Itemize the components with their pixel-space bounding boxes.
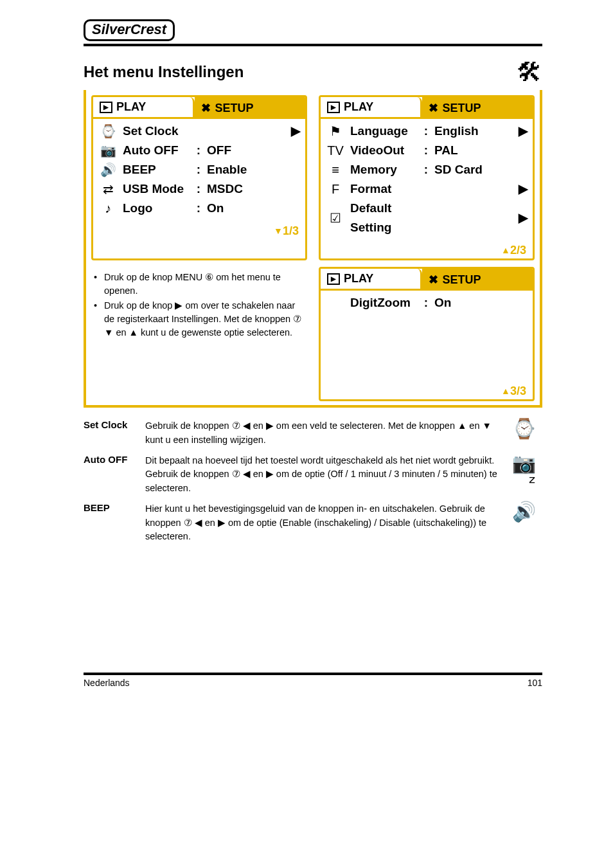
menu-separator: [423, 160, 429, 179]
chevron-right-icon: ▶: [519, 122, 528, 141]
menu-item-value: Enable: [207, 160, 286, 179]
menu-item-icon: ⇄: [98, 179, 118, 199]
brand-logo: SilverCrest: [84, 19, 175, 41]
menu-item-value: On: [434, 293, 513, 312]
chevron-right-icon: ▶: [291, 122, 300, 141]
definition-body: Gebruik de knoppen ⑦ ◀ en ▶ om een veld …: [145, 419, 501, 448]
menu-item-label: BEEP: [123, 160, 190, 179]
definition-icon: ⌚: [510, 419, 536, 439]
menu-item-label: Memory: [350, 160, 418, 179]
menu-item-icon: ☑: [326, 208, 345, 228]
play-icon: [327, 102, 340, 113]
definition-term: BEEP: [84, 502, 136, 513]
menu-item-icon: 🔊: [98, 160, 118, 179]
setup-icon: ✖: [429, 273, 438, 287]
menu-separator: [195, 179, 202, 199]
definition-icon: 📷ᶻ: [510, 454, 536, 493]
definition-icon: 🔊: [510, 502, 536, 521]
menu-item-value: English: [434, 122, 513, 141]
menu-item[interactable]: FFormat▶: [326, 179, 528, 199]
header-divider: [84, 44, 542, 46]
tab-play[interactable]: PLAY: [93, 97, 195, 119]
panels-container: PLAY ✖ SETUP ⌚Set Clock▶📷Auto OFFOFF🔊BEE…: [84, 90, 542, 408]
menu-item-icon: 📷: [98, 141, 118, 160]
play-icon: [327, 273, 340, 285]
tab-play[interactable]: PLAY: [321, 97, 422, 119]
definition-body: Hier kunt u het bevestigingsgeluid van d…: [145, 502, 501, 544]
setup-icon: ✖: [429, 101, 438, 115]
menu-item-label: Format: [350, 179, 418, 199]
menu-item[interactable]: ♪LogoOn: [98, 199, 300, 218]
tab-play[interactable]: PLAY: [321, 269, 422, 291]
menu-item[interactable]: ⇄USB ModeMSDC: [98, 179, 300, 199]
menu-item[interactable]: 🔊BEEPEnable: [98, 160, 300, 179]
menu-item[interactable]: ⚑LanguageEnglish▶: [326, 122, 528, 141]
tab-setup[interactable]: ✖ SETUP: [195, 97, 305, 119]
tools-icon: 🛠: [517, 59, 542, 85]
panel-pager-1: ▼1/3: [93, 224, 305, 239]
tab-setup[interactable]: ✖ SETUP: [422, 97, 533, 119]
menu-item-value: OFF: [207, 141, 286, 160]
menu-separator: [195, 160, 202, 179]
definition-term: Set Clock: [84, 419, 136, 430]
instruction-item: •Druk op de knop ▶ om over te schakelen …: [94, 299, 307, 339]
panel-pager-3: ▲3/3: [321, 384, 533, 399]
footer-page-number: 101: [528, 678, 542, 688]
menu-separator: [423, 293, 429, 312]
menu-separator: [195, 141, 202, 160]
instruction-item: •Druk op de knop MENU ⑥ om het menu te o…: [94, 271, 307, 298]
menu-item-label: Default Setting: [350, 199, 418, 237]
panel-pager-2: ▲2/3: [321, 244, 533, 258]
tab-setup-label: SETUP: [442, 273, 481, 287]
menu-item[interactable]: ≡MemorySD Card: [326, 160, 528, 179]
menu-item-value: MSDC: [207, 179, 286, 199]
menu-item-value: PAL: [434, 141, 513, 160]
menu-separator: [423, 122, 429, 141]
tab-setup-label: SETUP: [215, 102, 253, 115]
definition-item: Set ClockGebruik de knoppen ⑦ ◀ en ▶ om …: [84, 419, 542, 448]
definition-term: Auto OFF: [84, 454, 136, 465]
menu-item-icon: ♪: [98, 199, 118, 218]
menu-separator: [195, 199, 202, 218]
menu-item-label: Language: [350, 122, 418, 141]
instruction-notes: •Druk op de knop MENU ⑥ om het menu te o…: [91, 267, 307, 401]
setup-icon: ✖: [201, 101, 211, 115]
menu-item[interactable]: ⌚Set Clock▶: [98, 122, 300, 141]
menu-item-label: Set Clock: [123, 122, 190, 141]
tab-play-label: PLAY: [344, 100, 373, 114]
menu-item-label: USB Mode: [123, 179, 190, 199]
setup-panel-3: PLAY ✖ SETUP DigitZoomOn ▲3/3: [319, 267, 535, 401]
menu-item[interactable]: DigitZoomOn: [326, 293, 528, 312]
menu-item[interactable]: TVVideoOutPAL: [326, 141, 528, 160]
definition-item: BEEPHier kunt u het bevestigingsgeluid v…: [84, 502, 542, 544]
menu-item-icon: TV: [326, 141, 345, 160]
tab-setup-label: SETUP: [442, 102, 481, 115]
definitions-list: Set ClockGebruik de knoppen ⑦ ◀ en ▶ om …: [84, 419, 542, 544]
menu-item-icon: F: [326, 179, 345, 199]
setup-panel-2: PLAY ✖ SETUP ⚑LanguageEnglish▶TVVideoOut…: [319, 95, 535, 260]
menu-item-value: SD Card: [434, 160, 513, 179]
menu-item-label: Auto OFF: [123, 141, 190, 160]
setup-panel-1: PLAY ✖ SETUP ⌚Set Clock▶📷Auto OFFOFF🔊BEE…: [91, 95, 307, 260]
menu-item-label: DigitZoom: [350, 293, 418, 312]
chevron-right-icon: ▶: [519, 179, 528, 199]
definition-item: Auto OFFDit bepaalt na hoeveel tijd het …: [84, 454, 542, 496]
tab-play-label: PLAY: [116, 100, 146, 114]
definition-body: Dit bepaalt na hoeveel tijd het toestel …: [145, 454, 501, 496]
menu-separator: [423, 141, 429, 160]
footer-left: Nederlands: [84, 678, 130, 688]
menu-item-value: On: [207, 199, 286, 218]
section-title: Het menu Instellingen: [84, 63, 244, 81]
chevron-right-icon: ▶: [519, 208, 528, 228]
menu-item-icon: ⚑: [326, 122, 345, 141]
menu-item-label: Logo: [123, 199, 190, 218]
menu-item-label: VideoOut: [350, 141, 418, 160]
menu-item[interactable]: ☑Default Setting▶: [326, 199, 528, 237]
play-icon: [100, 102, 112, 113]
menu-item-icon: ≡: [326, 160, 345, 179]
menu-item-icon: ⌚: [98, 122, 118, 141]
tab-play-label: PLAY: [344, 272, 373, 285]
tab-setup[interactable]: ✖ SETUP: [422, 269, 533, 291]
menu-item[interactable]: 📷Auto OFFOFF: [98, 141, 300, 160]
